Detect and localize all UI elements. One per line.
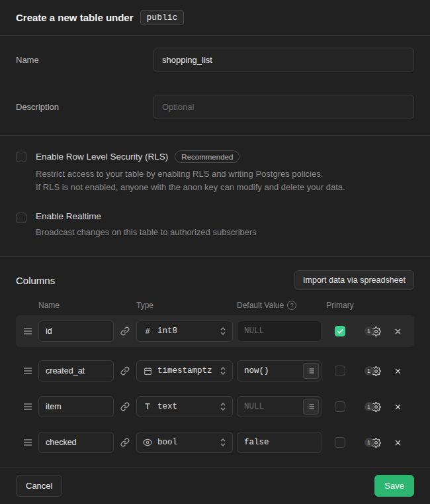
remove-column-button[interactable] — [394, 327, 402, 336]
primary-checkbox[interactable] — [335, 366, 345, 376]
link-icon — [120, 402, 130, 411]
name-row: Name — [16, 48, 414, 72]
description-label: Description — [16, 95, 153, 112]
column-settings-button[interactable]: 1 — [359, 366, 386, 376]
settings-count-badge: 1 — [365, 402, 374, 411]
realtime-description: Broadcast changes on this table to autho… — [36, 226, 257, 239]
columns-table-header: Name Type Default Value ? Primary — [16, 301, 414, 310]
header-default-value: Default Value ? — [237, 301, 322, 310]
check-icon — [337, 328, 344, 335]
chevron-up-down-icon — [220, 402, 226, 411]
column-name-input[interactable] — [38, 432, 114, 453]
primary-checkbox[interactable] — [335, 401, 345, 412]
primary-checkbox[interactable] — [335, 437, 345, 448]
remove-column-button[interactable] — [394, 403, 402, 411]
import-spreadsheet-button[interactable]: Import data via spreadsheet — [294, 270, 414, 290]
column-settings-button[interactable]: 1 — [359, 402, 386, 412]
default-value-cell — [237, 432, 322, 453]
realtime-checkbox[interactable] — [16, 213, 26, 223]
chevron-up-down-icon — [220, 438, 226, 447]
default-value-cell — [237, 360, 322, 381]
column-row: timestamptz 1 — [16, 355, 414, 387]
default-value-input — [237, 321, 322, 342]
default-value-options-button[interactable] — [303, 363, 319, 379]
description-row: Description — [16, 95, 414, 119]
close-icon — [394, 367, 402, 376]
columns-title: Columns — [16, 275, 55, 286]
column-type-value: bool — [157, 438, 214, 447]
hash-icon: # — [143, 327, 152, 336]
table-description-input[interactable] — [153, 95, 414, 119]
column-name-input[interactable] — [38, 360, 114, 381]
help-icon[interactable]: ? — [287, 301, 296, 310]
settings-count-badge: 1 — [365, 327, 374, 336]
drag-handle-icon[interactable] — [23, 403, 32, 411]
rls-description-line2: If RLS is not enabled, anyone with the a… — [36, 181, 345, 194]
schema-badge: public — [140, 10, 185, 25]
column-type-select[interactable]: # int8 — [136, 321, 233, 342]
rls-option-title: Enable Row Level Security (RLS) Recommen… — [36, 150, 345, 163]
column-type-value: int8 — [157, 327, 214, 336]
table-name-input[interactable] — [153, 48, 414, 72]
rls-label: Enable Row Level Security (RLS) — [36, 152, 168, 162]
header-type: Type — [136, 301, 233, 310]
rls-option: Enable Row Level Security (RLS) Recommen… — [16, 150, 414, 194]
page-title: Create a new table under public — [16, 10, 184, 25]
list-icon — [307, 367, 315, 375]
eye-icon — [143, 438, 152, 447]
settings-count-badge: 1 — [365, 366, 374, 376]
calendar-icon — [143, 367, 152, 376]
column-settings-button[interactable]: 1 — [359, 438, 386, 448]
drag-handle-icon[interactable] — [23, 367, 32, 375]
column-row: bool 1 — [16, 427, 414, 458]
column-row: # int8 1 — [16, 315, 414, 347]
column-row: T text 1 — [16, 391, 414, 423]
foreign-key-button[interactable] — [118, 396, 132, 417]
drag-handle-icon[interactable] — [23, 327, 32, 335]
chevron-up-down-icon — [220, 366, 226, 376]
column-type-value: timestamptz — [157, 366, 214, 376]
create-table-modal: Create a new table under public Name Des… — [0, 0, 430, 504]
primary-checkbox[interactable] — [335, 326, 345, 336]
rls-description-line1: Restrict access to your table by enablin… — [36, 168, 345, 181]
default-value-cell — [237, 396, 322, 417]
remove-column-button[interactable] — [394, 367, 402, 376]
foreign-key-button[interactable] — [118, 360, 132, 381]
default-value-input[interactable] — [237, 432, 322, 453]
header-name: Name — [38, 301, 114, 310]
default-value-options-button[interactable] — [303, 399, 319, 415]
default-value-cell — [237, 321, 322, 342]
cancel-button[interactable]: Cancel — [16, 475, 62, 497]
drag-handle-icon[interactable] — [23, 438, 32, 446]
list-icon — [307, 403, 315, 411]
column-type-select[interactable]: timestamptz — [136, 360, 233, 381]
chevron-up-down-icon — [220, 327, 226, 336]
column-type-value: text — [157, 402, 214, 411]
link-icon — [120, 366, 130, 376]
realtime-option-content: Enable Realtime Broadcast changes on thi… — [36, 211, 257, 239]
page-title-text: Create a new table under — [16, 12, 134, 23]
columns-header: Columns Import data via spreadsheet — [16, 270, 414, 290]
modal-header: Create a new table under public — [0, 0, 430, 36]
column-name-input[interactable] — [38, 321, 114, 342]
link-icon — [120, 327, 130, 336]
column-settings-button[interactable]: 1 — [359, 327, 386, 336]
name-label: Name — [16, 48, 153, 65]
table-options-section: Enable Row Level Security (RLS) Recommen… — [0, 135, 430, 256]
remove-column-button[interactable] — [394, 438, 402, 447]
save-button[interactable]: Save — [374, 475, 414, 497]
header-default-value-text: Default Value — [237, 301, 284, 310]
realtime-label: Enable Realtime — [36, 211, 101, 221]
close-icon — [394, 403, 402, 411]
link-icon — [120, 438, 130, 447]
column-type-select[interactable]: T text — [136, 396, 233, 417]
foreign-key-button[interactable] — [118, 321, 132, 342]
table-info-section: Name Description — [0, 36, 430, 135]
rls-checkbox[interactable] — [16, 152, 26, 162]
foreign-key-button[interactable] — [118, 432, 132, 453]
column-name-input[interactable] — [38, 396, 114, 417]
rls-option-content: Enable Row Level Security (RLS) Recommen… — [36, 150, 345, 194]
text-type-icon: T — [143, 402, 152, 411]
column-type-select[interactable]: bool — [136, 432, 233, 453]
realtime-option: Enable Realtime Broadcast changes on thi… — [16, 211, 414, 239]
